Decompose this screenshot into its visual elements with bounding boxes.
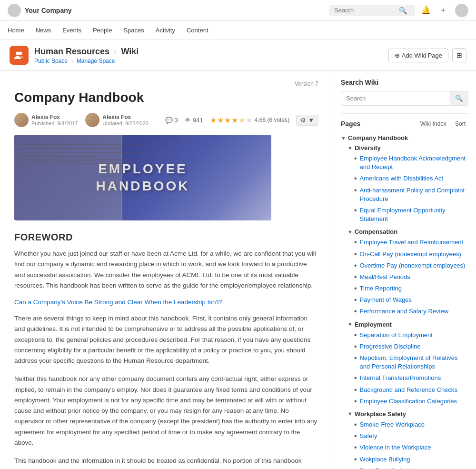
rating-stars[interactable]: ★ ★ ★ ★ ★ ★ 4.68 (6 votes) [210, 116, 289, 125]
sidebar-search-input[interactable] [341, 91, 450, 105]
author2-avatar [85, 113, 99, 127]
tree-item[interactable]: • Americans with Disabilities Act [354, 173, 468, 184]
tree-item[interactable]: • Equal Employment Opportunity Statement [354, 205, 468, 225]
tree-item[interactable]: • Progressive Discipline [354, 341, 468, 352]
tree-item[interactable]: • Wokplace Bullying [354, 454, 468, 465]
workplace-safety-header[interactable]: ▼ Workplace Safety [341, 409, 468, 419]
tree-item-label: Americans with Disabilities Act [360, 174, 444, 183]
top-search-input[interactable] [334, 7, 396, 14]
tree-item[interactable]: • Drug-Free Workplace [354, 465, 468, 469]
nav-home[interactable]: Home [8, 22, 24, 39]
diversity-label: Diversity [355, 144, 381, 151]
layout-toggle-button[interactable]: ⊞ [452, 48, 466, 62]
gear-icon: ⚙ [300, 117, 306, 124]
tree-section-employment: ▼ Employment • Separation of Employment … [341, 319, 468, 407]
tree-item[interactable]: • Employee Classification Categories [354, 396, 468, 407]
company-name: Your Company [25, 7, 72, 14]
wiki-index-button[interactable]: Wiki Index [417, 120, 449, 128]
add-wiki-label: Add Wiki Page [402, 52, 442, 59]
nav-activity[interactable]: Activity [156, 22, 175, 39]
author1-details: Alexis Fox Published: 9/4/2017 [31, 114, 78, 126]
tree-root-header[interactable]: ▼ Company Handbook [341, 133, 468, 143]
dropdown-icon: ▼ [308, 117, 314, 124]
pages-header: Pages Wiki Index Sort [341, 120, 468, 128]
compensation-header[interactable]: ▼ Compensation [341, 227, 468, 237]
breadcrumb: Public Space › Manage Space [34, 58, 139, 64]
tree-item[interactable]: • On-Call Pay (nonexempt employees) [354, 249, 468, 260]
tree-item[interactable]: • Smoke-Free Workplace [354, 419, 468, 430]
sort-button[interactable]: Sort [452, 120, 468, 128]
page-header: Human Resources › Wiki Public Space › Ma… [0, 40, 476, 71]
article-image: EMPLOYEE HANDBOOK [14, 135, 271, 220]
nav-events[interactable]: Events [62, 22, 81, 39]
nav-news[interactable]: News [36, 22, 51, 39]
tree-item[interactable]: • Employee Travel and Reimbursement [354, 237, 468, 248]
tree-item[interactable]: • Nepotism, Employment of Relatives and … [354, 352, 468, 372]
article-link[interactable]: Can a Company's Voice Be Strong and Clea… [14, 299, 318, 306]
author1-avatar [14, 113, 29, 127]
tree-item[interactable]: • Employee Handbook Acknowledgment and R… [354, 153, 468, 173]
add-icon[interactable]: ＋ [438, 5, 448, 16]
nav-content[interactable]: Content [187, 22, 208, 39]
diversity-toggle: ▼ [347, 145, 353, 151]
comments-count: 💬 3 [165, 117, 178, 124]
star-4-half: ★ [238, 116, 245, 125]
sidebar: Search Wiki 🔍 Pages Wiki Index Sort ▼ Co… [333, 71, 476, 469]
tree-item[interactable]: • Internal Transfers/Promotions [354, 372, 468, 384]
sidebar-search-button[interactable]: 🔍 [450, 91, 468, 105]
tree-item[interactable]: • Time Reporting [354, 283, 468, 294]
add-wiki-page-button[interactable]: ⊕ Add Wiki Page [388, 49, 448, 62]
company-logo[interactable]: Your Company [8, 4, 324, 17]
tree-item[interactable]: • Background and Reference Checks [354, 384, 468, 396]
employment-header[interactable]: ▼ Employment [341, 319, 468, 329]
comment-icon: 💬 [165, 117, 173, 124]
tree-item[interactable]: • Meal/Rest Periods [354, 271, 468, 283]
author2-details: Alexis Fox Updated: 9/22/2020 [102, 114, 149, 126]
breadcrumb-manage-space[interactable]: Manage Space [77, 58, 115, 64]
foreword-text-3: Neither this handbook nor any other comp… [14, 374, 318, 448]
tree-item[interactable]: • Anti-harassment Policy and Complaint P… [354, 185, 468, 205]
main-layout: Version 7 Company Handbook Alexis Fox Pu… [0, 71, 476, 469]
page-title: Human Resources › Wiki [34, 47, 139, 57]
star-2: ★ [217, 116, 224, 125]
tree-item[interactable]: • Violence in the Workplace [354, 442, 468, 453]
tree-item[interactable]: • Safety [354, 430, 468, 442]
tree-item-label: Payment of Wages [360, 296, 412, 304]
tree-item-label: Smoke-Free Workplace [360, 420, 425, 429]
sidebar-search-container[interactable]: 🔍 [341, 91, 468, 106]
article-title: Company Handbook [14, 90, 318, 105]
top-bar: Your Company 🔍 🔔 ＋ [0, 0, 476, 21]
pages-actions: Wiki Index Sort [417, 120, 468, 128]
tree-root: ▼ Company Handbook ▼ Diversity • Employe… [341, 133, 468, 469]
nav-people[interactable]: People [93, 22, 112, 39]
tree-item[interactable]: • Overtime Pay (nonexempt employees) [354, 260, 468, 271]
tree-item-label: Progressive Discipline [360, 342, 421, 351]
tree-item[interactable]: • Performance and Salary Review [354, 306, 468, 317]
diversity-items: • Employee Handbook Acknowledgment and R… [341, 153, 468, 225]
user-avatar[interactable] [455, 4, 468, 17]
tree-item-label: Nepotism, Employment of Relatives and Pe… [360, 354, 468, 371]
diversity-header[interactable]: ▼ Diversity [341, 143, 468, 153]
employment-toggle: ▼ [347, 321, 353, 327]
tree-section-workplace-safety: ▼ Workplace Safety • Smoke-Free Workplac… [341, 409, 468, 469]
top-bar-icons: 🔔 ＋ [421, 4, 468, 17]
plus-icon: ⊕ [395, 52, 400, 59]
tree-item-label: On-Call Pay (nonexempt employees) [360, 250, 461, 259]
author2-info: Alexis Fox Updated: 9/22/2020 [85, 113, 149, 127]
foreword-text-1: Whether you have just joined our staff o… [14, 249, 318, 291]
author2-name: Alexis Fox [102, 114, 149, 120]
tree-item[interactable]: • Separation of Employment [354, 329, 468, 341]
nav-spaces[interactable]: Spaces [123, 22, 144, 39]
tree-item[interactable]: • Payment of Wages [354, 294, 468, 306]
compensation-toggle: ▼ [347, 229, 353, 235]
eye-icon: 👁 [185, 117, 191, 124]
tree-item-label: Anti-harassment Policy and Complaint Pro… [360, 186, 468, 203]
settings-button[interactable]: ⚙ ▼ [296, 115, 318, 126]
notifications-icon[interactable]: 🔔 [421, 5, 431, 16]
breadcrumb-public-space[interactable]: Public Space [34, 58, 68, 64]
top-search-bar[interactable]: 🔍 [329, 5, 415, 16]
tree-item-label: Time Reporting [360, 284, 402, 293]
star-3: ★ [224, 116, 231, 125]
tree-item-label: Employee Classification Categories [360, 397, 457, 406]
tree-item-label: Meal/Rest Periods [360, 273, 410, 281]
